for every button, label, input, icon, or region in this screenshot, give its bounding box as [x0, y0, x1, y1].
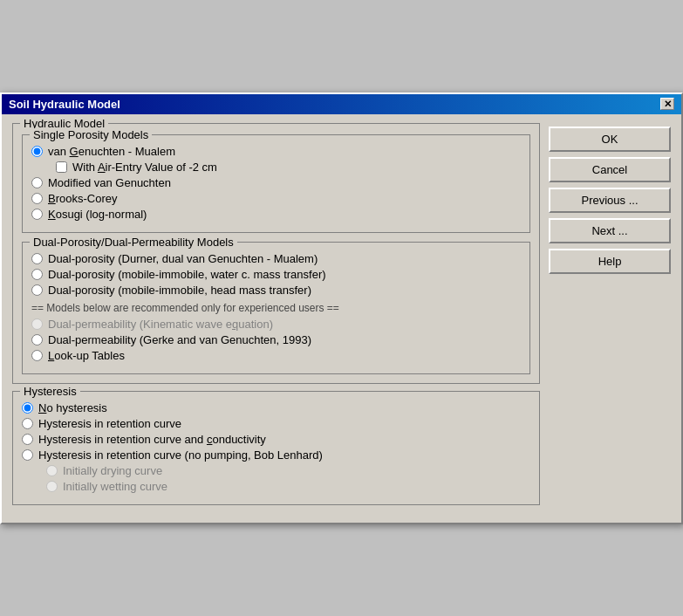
single-porosity-group: Single Porosity Models van Genuchten - M…	[22, 134, 530, 233]
radio-dp-mobile-water[interactable]: Dual-porosity (mobile-immobile, water c.…	[31, 268, 521, 281]
radio-hyst-pumping[interactable]: Hysteresis in retention curve (no pumpin…	[22, 448, 530, 462]
label-dp-mobile-head: Dual-porosity (mobile-immobile, head mas…	[48, 284, 311, 297]
radio-kosugi[interactable]: Kosugi (log-normal)	[31, 208, 521, 221]
label-brooks-corey: Brooks-Corey	[48, 192, 117, 205]
label-hyst-conductivity: Hysteresis in retention curve and conduc…	[38, 433, 266, 446]
cancel-button[interactable]: Cancel	[549, 157, 671, 182]
radio-dk-gerke[interactable]: Dual-permeability (Gerke and van Genucht…	[31, 333, 521, 346]
right-panel: OK Cancel Previous ... Next ... Help	[549, 123, 671, 512]
radio-dp-mobile-head[interactable]: Dual-porosity (mobile-immobile, head mas…	[31, 284, 521, 297]
next-button[interactable]: Next ...	[549, 218, 671, 243]
radio-initially-drying[interactable]: Initially drying curve	[46, 464, 530, 477]
label-lookup: Look-up Tables	[48, 349, 125, 362]
help-button[interactable]: Help	[549, 249, 671, 274]
label-initially-drying: Initially drying curve	[63, 464, 162, 477]
hydraulic-model-group: Hydraulic Model Single Porosity Models v…	[12, 123, 540, 384]
label-kosugi: Kosugi (log-normal)	[48, 208, 147, 221]
dual-porosity-label: Dual-Porosity/Dual-Permeability Models	[30, 236, 237, 249]
radio-no-hysteresis[interactable]: No hysteresis	[22, 401, 530, 414]
dialog-window: Soil Hydraulic Model ✕ Hydraulic Model S…	[0, 92, 683, 524]
label-dp-mobile-water: Dual-porosity (mobile-immobile, water c.…	[48, 268, 326, 281]
dialog-title: Soil Hydraulic Model	[9, 98, 120, 111]
radio-initially-wetting[interactable]: Initially wetting curve	[46, 480, 530, 493]
label-no-hysteresis: No hysteresis	[38, 401, 107, 414]
radio-dp-durner[interactable]: Dual-porosity (Durner, dual van Genuchte…	[31, 252, 521, 265]
radio-modified-vg[interactable]: Modified van Genuchten	[31, 176, 521, 189]
label-vg-mualem: van Genuchten - Mualem	[48, 145, 175, 158]
dual-porosity-group: Dual-Porosity/Dual-Permeability Models D…	[22, 242, 530, 374]
left-panel: Hydraulic Model Single Porosity Models v…	[12, 123, 540, 512]
single-porosity-label: Single Porosity Models	[30, 128, 152, 141]
dialog-body: Hydraulic Model Single Porosity Models v…	[2, 114, 681, 523]
ok-button[interactable]: OK	[549, 127, 671, 152]
radio-brooks-corey[interactable]: Brooks-Corey	[31, 192, 521, 205]
hysteresis-label: Hysteresis	[20, 385, 80, 398]
label-air-entry: With Air-Entry Value of -2 cm	[72, 161, 217, 174]
checkbox-air-entry[interactable]: With Air-Entry Value of -2 cm	[56, 161, 521, 174]
label-hyst-pumping: Hysteresis in retention curve (no pumpin…	[38, 448, 323, 462]
radio-lookup[interactable]: Look-up Tables	[31, 349, 521, 362]
label-initially-wetting: Initially wetting curve	[63, 480, 167, 493]
label-hyst-retention: Hysteresis in retention curve	[38, 417, 181, 430]
separator-text: == Models below are recommended only for…	[31, 302, 521, 314]
previous-button[interactable]: Previous ...	[549, 188, 671, 213]
title-bar: Soil Hydraulic Model ✕	[2, 94, 681, 114]
label-dp-durner: Dual-porosity (Durner, dual van Genuchte…	[48, 252, 318, 265]
radio-hyst-conductivity[interactable]: Hysteresis in retention curve and conduc…	[22, 433, 530, 446]
radio-hyst-retention[interactable]: Hysteresis in retention curve	[22, 417, 530, 430]
hysteresis-group: Hysteresis No hysteresis Hysteresis in r…	[12, 391, 540, 505]
label-dk-gerke: Dual-permeability (Gerke and van Genucht…	[48, 333, 311, 346]
label-modified-vg: Modified van Genuchten	[48, 176, 171, 189]
label-dk-kinematic: Dual-permeability (Kinematic wave equati…	[48, 318, 273, 331]
close-button[interactable]: ✕	[660, 98, 674, 110]
radio-vg-mualem[interactable]: van Genuchten - Mualem	[31, 145, 521, 158]
radio-dk-kinematic[interactable]: Dual-permeability (Kinematic wave equati…	[31, 318, 521, 331]
